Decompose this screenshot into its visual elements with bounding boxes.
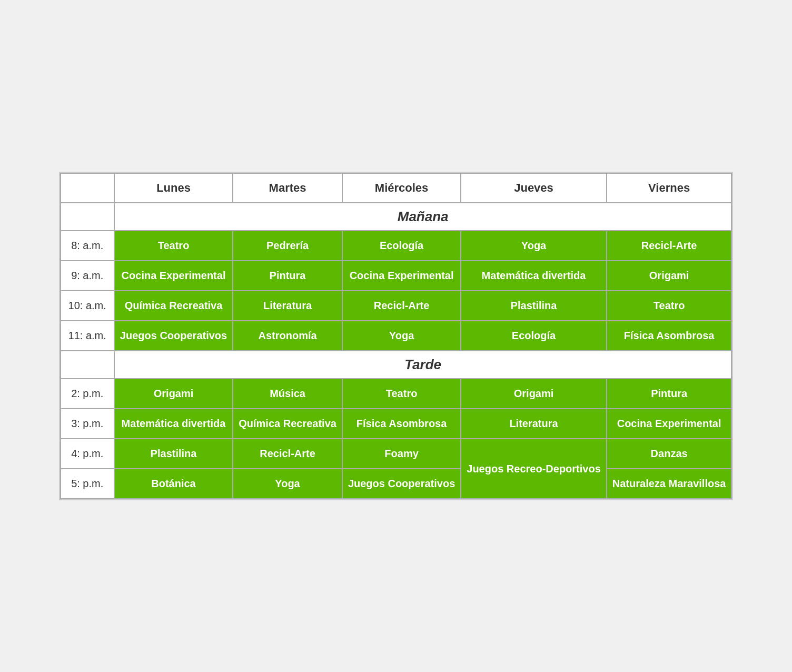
header-miercoles: Miércoles — [342, 173, 461, 203]
manana-empty — [61, 203, 114, 231]
cell-2pm-viernes: Pintura — [607, 379, 732, 409]
cell-8am-martes: Pedrería — [233, 231, 342, 261]
cell-10am-lunes: Química Recreativa — [114, 291, 233, 321]
cell-2pm-miercoles: Teatro — [342, 379, 461, 409]
cell-4pm-martes: Recicl-Arte — [233, 439, 342, 469]
tarde-section-row: Tarde — [61, 351, 732, 379]
cell-2pm-lunes: Origami — [114, 379, 233, 409]
cell-8am-viernes: Recicl-Arte — [607, 231, 732, 261]
manana-label: Mañana — [114, 203, 732, 231]
cell-8am-jueves: Yoga — [461, 231, 607, 261]
row-4pm: 4: p.m. Plastilina Recicl-Arte Foamy Jue… — [61, 439, 732, 469]
cell-3pm-martes: Química Recreativa — [233, 409, 342, 439]
cell-5pm-viernes: Naturaleza Maravillosa — [607, 469, 732, 499]
cell-3pm-viernes: Cocina Experimental — [607, 409, 732, 439]
header-martes: Martes — [233, 173, 342, 203]
row-2pm: 2: p.m. Origami Música Teatro Origami Pi… — [61, 379, 732, 409]
row-11am: 11: a.m. Juegos Cooperativos Astronomía … — [61, 321, 732, 351]
header-row: Lunes Martes Miércoles Jueves Viernes — [61, 173, 732, 203]
cell-3pm-jueves: Literatura — [461, 409, 607, 439]
cell-4pm-miercoles: Foamy — [342, 439, 461, 469]
cell-10am-miercoles: Recicl-Arte — [342, 291, 461, 321]
time-5pm: 5: p.m. — [61, 469, 114, 499]
cell-11am-lunes: Juegos Cooperativos — [114, 321, 233, 351]
cell-8am-lunes: Teatro — [114, 231, 233, 261]
time-10am: 10: a.m. — [61, 291, 114, 321]
cell-9am-lunes: Cocina Experimental — [114, 261, 233, 291]
row-8am: 8: a.m. Teatro Pedrería Ecología Yoga Re… — [61, 231, 732, 261]
time-4pm: 4: p.m. — [61, 439, 114, 469]
cell-9am-jueves: Matemática divertida — [461, 261, 607, 291]
header-empty — [61, 173, 114, 203]
cell-10am-martes: Literatura — [233, 291, 342, 321]
cell-2pm-jueves: Origami — [461, 379, 607, 409]
cell-4pm-lunes: Plastilina — [114, 439, 233, 469]
row-9am: 9: a.m. Cocina Experimental Pintura Coci… — [61, 261, 732, 291]
row-10am: 10: a.m. Química Recreativa Literatura R… — [61, 291, 732, 321]
cell-9am-martes: Pintura — [233, 261, 342, 291]
cell-9am-miercoles: Cocina Experimental — [342, 261, 461, 291]
cell-3pm-miercoles: Física Asombrosa — [342, 409, 461, 439]
header-jueves: Jueves — [461, 173, 607, 203]
cell-5pm-lunes: Botánica — [114, 469, 233, 499]
header-lunes: Lunes — [114, 173, 233, 203]
tarde-label: Tarde — [114, 351, 732, 379]
schedule-table-container: Lunes Martes Miércoles Jueves Viernes Ma… — [59, 172, 734, 500]
cell-3pm-lunes: Matemática divertida — [114, 409, 233, 439]
cell-11am-martes: Astronomía — [233, 321, 342, 351]
row-5pm: 5: p.m. Botánica Yoga Juegos Cooperativo… — [61, 469, 732, 499]
cell-5pm-martes: Yoga — [233, 469, 342, 499]
time-11am: 11: a.m. — [61, 321, 114, 351]
cell-5pm-miercoles: Juegos Cooperativos — [342, 469, 461, 499]
time-3pm: 3: p.m. — [61, 409, 114, 439]
cell-11am-miercoles: Yoga — [342, 321, 461, 351]
cell-11am-viernes: Física Asombrosa — [607, 321, 732, 351]
cell-10am-jueves: Plastilina — [461, 291, 607, 321]
cell-9am-viernes: Origami — [607, 261, 732, 291]
cell-4pm-jueves: Juegos Recreo-Deportivos — [461, 439, 607, 499]
cell-8am-miercoles: Ecología — [342, 231, 461, 261]
header-viernes: Viernes — [607, 173, 732, 203]
cell-4pm-viernes: Danzas — [607, 439, 732, 469]
time-2pm: 2: p.m. — [61, 379, 114, 409]
cell-11am-jueves: Ecología — [461, 321, 607, 351]
row-3pm: 3: p.m. Matemática divertida Química Rec… — [61, 409, 732, 439]
cell-10am-viernes: Teatro — [607, 291, 732, 321]
time-9am: 9: a.m. — [61, 261, 114, 291]
tarde-empty — [61, 351, 114, 379]
manana-section-row: Mañana — [61, 203, 732, 231]
time-8am: 8: a.m. — [61, 231, 114, 261]
cell-2pm-martes: Música — [233, 379, 342, 409]
